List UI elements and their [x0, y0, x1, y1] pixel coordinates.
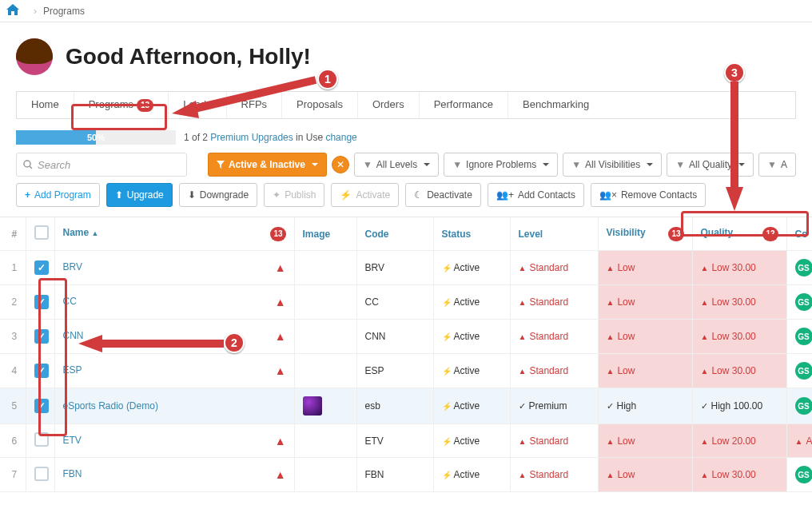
- premium-upgrades-link[interactable]: Premium Upgrades: [210, 132, 293, 143]
- col-level[interactable]: Level: [510, 217, 598, 251]
- breadcrumb-current: Programs: [43, 6, 85, 17]
- row-checkbox[interactable]: [34, 467, 49, 481]
- cell-quality: Low 30.00: [692, 458, 786, 492]
- cell-co: GS: [786, 458, 812, 492]
- home-icon[interactable]: [6, 4, 19, 18]
- tab-programs[interactable]: Programs13: [74, 92, 169, 118]
- program-link[interactable]: ESP: [63, 364, 82, 376]
- cell-co: GS: [786, 388, 812, 424]
- col-image[interactable]: Image: [294, 217, 356, 251]
- cell-co: GS: [786, 320, 812, 354]
- program-link[interactable]: BRV: [63, 261, 82, 272]
- publish-button[interactable]: ✦Publish: [264, 183, 324, 207]
- cell-code: ETV: [356, 424, 433, 458]
- co-badge: GS: [795, 362, 813, 380]
- cell-co: GS: [786, 251, 812, 285]
- problems-filter[interactable]: ▼Ignore Problems: [444, 153, 558, 177]
- quality-filter[interactable]: ▼All Quality: [667, 153, 754, 177]
- levels-filter[interactable]: ▼All Levels: [354, 153, 439, 177]
- more-filter[interactable]: ▼A: [758, 153, 796, 177]
- upgrade-info: 1 of 2 Premium Upgrades in Use change: [184, 132, 357, 143]
- quality-badge: 12: [762, 227, 778, 241]
- main-tabs: Home Programs13 Leads RFPs Proposals Ord…: [16, 91, 796, 119]
- visibilities-filter[interactable]: ▼All Visibilities: [563, 153, 662, 177]
- program-link[interactable]: CC: [63, 296, 77, 307]
- tab-home[interactable]: Home: [17, 92, 74, 118]
- upgrade-button[interactable]: ⬆Upgrade: [106, 183, 173, 207]
- search-input[interactable]: Search: [16, 153, 187, 177]
- cell-level: Standard: [510, 424, 598, 458]
- cell-image: [294, 388, 356, 424]
- col-code[interactable]: Code: [356, 217, 433, 251]
- programs-table: # Name ▲13 Image Code Status Level Visib…: [0, 217, 812, 492]
- table-row[interactable]: 7FBN▲FBNActiveStandardLowLow 30.00GS: [0, 458, 812, 492]
- deactivate-button[interactable]: ☾Deactivate: [405, 183, 481, 207]
- row-number: 6: [0, 424, 26, 458]
- table-row[interactable]: 5eSports Radio (Demo)esbActivePremiumHig…: [0, 388, 812, 424]
- program-link[interactable]: eSports Radio (Demo): [63, 400, 158, 412]
- row-checkbox[interactable]: [34, 260, 49, 275]
- cell-co: A: [786, 424, 812, 458]
- cell-status: Active: [433, 424, 510, 458]
- clear-filter-button[interactable]: ✕: [332, 156, 349, 173]
- col-select-all[interactable]: [26, 217, 54, 251]
- activate-button[interactable]: ⚡Activate: [331, 183, 399, 207]
- tab-performance[interactable]: Performance: [420, 92, 508, 118]
- col-number[interactable]: #: [0, 217, 26, 251]
- upload-icon: ⬆: [115, 189, 123, 201]
- row-number: 1: [0, 251, 26, 285]
- user-plus-icon: 👥+: [496, 189, 514, 201]
- table-row[interactable]: 4ESP▲ESPActiveStandardLowLow 30.00GS: [0, 354, 812, 388]
- cell-visibility: Low: [598, 251, 692, 285]
- warning-icon: ▲: [275, 296, 286, 308]
- tab-orders[interactable]: Orders: [358, 92, 420, 118]
- remove-contacts-button[interactable]: 👥×Remove Contacts: [591, 183, 706, 207]
- change-link[interactable]: change: [325, 132, 356, 143]
- program-image: [303, 396, 322, 416]
- name-badge: 13: [270, 227, 285, 241]
- row-number: 7: [0, 458, 26, 492]
- col-name[interactable]: Name ▲13: [54, 217, 294, 251]
- program-link[interactable]: FBN: [63, 468, 82, 479]
- cell-quality: Low 30.00: [692, 285, 786, 320]
- cell-status: Active: [433, 354, 510, 388]
- cell-code: BRV: [356, 251, 433, 285]
- add-program-button[interactable]: +Add Program: [16, 183, 100, 207]
- warning-icon: ▲: [275, 330, 286, 343]
- add-contacts-button[interactable]: 👥+Add Contacts: [488, 183, 584, 207]
- warning-icon: ▲: [275, 468, 286, 481]
- tab-leads[interactable]: Leads: [169, 92, 226, 118]
- table-row[interactable]: 3CNN▲CNNActiveStandardLowLow 30.00GS: [0, 320, 812, 354]
- col-visibility[interactable]: Visibility13: [598, 217, 692, 251]
- tab-proposals[interactable]: Proposals: [282, 92, 358, 118]
- row-checkbox[interactable]: [34, 364, 49, 378]
- row-checkbox[interactable]: [34, 329, 49, 344]
- cell-visibility: Low: [598, 424, 692, 458]
- filter-icon: [217, 161, 225, 169]
- row-checkbox[interactable]: [34, 432, 49, 447]
- co-warn: A: [795, 435, 813, 447]
- publish-icon: ✦: [273, 189, 281, 201]
- table-row[interactable]: 6ETV▲ETVActiveStandardLowLow 20.00A: [0, 424, 812, 458]
- table-row[interactable]: 1BRV▲BRVActiveStandardLowLow 30.00GS: [0, 251, 812, 285]
- tab-benchmarking[interactable]: Benchmarking: [508, 92, 603, 118]
- checkbox-all[interactable]: [34, 225, 49, 240]
- downgrade-button[interactable]: ⬇Downgrade: [179, 183, 257, 207]
- tab-programs-badge: 13: [137, 99, 153, 112]
- cell-visibility: Low: [598, 285, 692, 320]
- col-co[interactable]: Co: [786, 217, 812, 251]
- row-checkbox[interactable]: [34, 295, 49, 309]
- col-status[interactable]: Status: [433, 217, 510, 251]
- cell-code: ESP: [356, 354, 433, 388]
- search-icon: [23, 160, 33, 169]
- cell-code: CC: [356, 285, 433, 320]
- active-filter-button[interactable]: Active & Inactive: [208, 153, 327, 177]
- tab-rfps[interactable]: RFPs: [227, 92, 283, 118]
- program-link[interactable]: CNN: [63, 330, 84, 341]
- col-quality[interactable]: Quality12: [692, 217, 786, 251]
- table-row[interactable]: 2CC▲CCActiveStandardLowLow 30.00GS: [0, 285, 812, 320]
- cell-image: [294, 458, 356, 492]
- row-checkbox[interactable]: [34, 399, 49, 413]
- cell-visibility: Low: [598, 458, 692, 492]
- program-link[interactable]: ETV: [63, 435, 82, 446]
